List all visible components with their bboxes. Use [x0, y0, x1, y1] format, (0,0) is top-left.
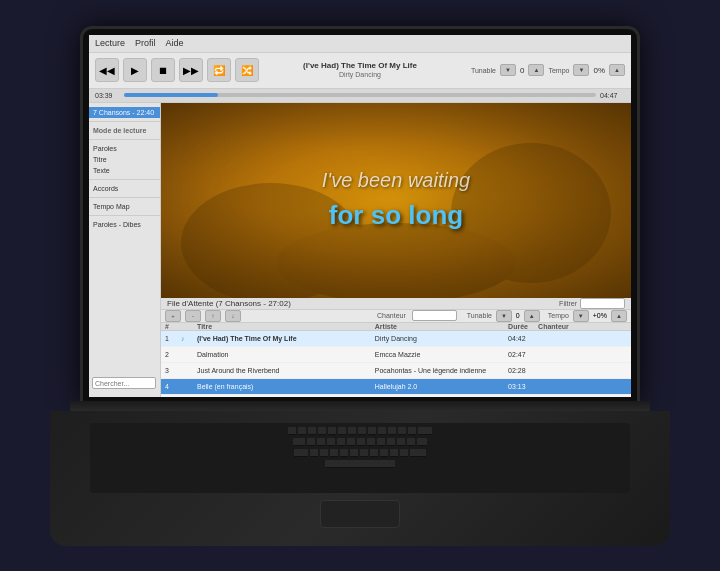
video-area: I've been waiting for so long: [161, 103, 631, 298]
playlist-header: File d'Attente (7 Chansons - 27:02) Filt…: [161, 298, 631, 310]
key: [327, 438, 335, 446]
key: [380, 449, 388, 457]
row-title: (I've Had) The Time Of My Life: [197, 335, 375, 342]
key: [387, 438, 395, 446]
key: [418, 427, 432, 435]
pl-tunable-value: 0: [516, 312, 520, 319]
playback-bar: 03:39 04:47: [89, 89, 631, 103]
current-time: 03:39: [95, 92, 120, 99]
pl-remove-btn[interactable]: -: [185, 310, 201, 322]
screen-bezel: Lecture Profil Aide ◀◀ ▶ ⏹ ▶▶ 🔁 🔀 (I've …: [80, 26, 640, 406]
chanteur-input[interactable]: [412, 310, 457, 321]
sidebar-texte[interactable]: Texte: [89, 165, 160, 176]
pl-tempo-label: Tempo: [548, 312, 569, 319]
key-row-2: [94, 438, 626, 446]
toolbar-right: Tunable ▼ 0 ▲ Tempo ▼ 0% ▲: [471, 64, 625, 76]
key: [370, 449, 378, 457]
pl-tunable-up[interactable]: ▲: [524, 310, 540, 322]
toolbar-btn-5[interactable]: 🔁: [207, 58, 231, 82]
menu-profil[interactable]: Profil: [135, 38, 156, 48]
progress-bar[interactable]: [124, 93, 596, 97]
tunable-down[interactable]: ▼: [500, 64, 516, 76]
sidebar-paroles-dibes[interactable]: Paroles - Dibes: [89, 219, 160, 230]
key: [350, 449, 358, 457]
sidebar-mode-label: Mode de lecture: [89, 125, 160, 136]
sidebar-accords[interactable]: Accords: [89, 183, 160, 194]
keyboard-rows: [90, 423, 630, 472]
row-duration: 02:28: [508, 367, 538, 374]
key: [357, 438, 365, 446]
key: [417, 438, 427, 446]
laptop-base: [50, 401, 670, 546]
tempo-label: Tempo: [548, 67, 569, 74]
sidebar-titre[interactable]: Titre: [89, 154, 160, 165]
karaoke-line2: for so long: [329, 200, 463, 231]
row-title: Just Around the Riverbend: [197, 367, 375, 374]
table-row[interactable]: 4 Belle (en français) Hallelujah 2.0 03:…: [161, 379, 631, 395]
menu-lecture[interactable]: Lecture: [95, 38, 125, 48]
touchpad[interactable]: [320, 500, 400, 528]
filter-input[interactable]: [580, 298, 625, 309]
key-row-1: [94, 427, 626, 435]
sidebar-divider-5: [89, 215, 160, 216]
screen-inner: Lecture Profil Aide ◀◀ ▶ ⏹ ▶▶ 🔁 🔀 (I've …: [89, 35, 631, 397]
tunable-value: 0: [520, 66, 524, 75]
col-header-artist: Artiste: [375, 323, 508, 330]
sidebar-divider-2: [89, 139, 160, 140]
key: [377, 438, 385, 446]
key: [338, 427, 346, 435]
pl-tempo-down[interactable]: ▼: [573, 310, 589, 322]
row-artist: Hallelujah 2.0: [375, 383, 508, 390]
pl-tunable-down[interactable]: ▼: [496, 310, 512, 322]
toolbar-song-title: (I've Had) The Time Of My Life: [303, 61, 417, 71]
toolbar-btn-1[interactable]: ◀◀: [95, 58, 119, 82]
row-title: Belle (en français): [197, 383, 375, 390]
toolbar-btn-4[interactable]: ▶▶: [179, 58, 203, 82]
key: [318, 427, 326, 435]
menu-aide[interactable]: Aide: [166, 38, 184, 48]
sidebar-playlist[interactable]: 7 Chansons - 22:40: [89, 107, 160, 118]
col-header-singer: Chanteur: [538, 323, 627, 330]
pl-up-btn[interactable]: ↑: [205, 310, 221, 322]
pl-tuneable-label: Tunable: [467, 312, 492, 319]
table-row[interactable]: 2 Dalmation Emcca Mazzie 02:47: [161, 347, 631, 363]
pl-down-btn[interactable]: ↓: [225, 310, 241, 322]
key: [400, 449, 408, 457]
toolbar-btn-6[interactable]: 🔀: [235, 58, 259, 82]
tempo-up[interactable]: ▲: [609, 64, 625, 76]
row-status: ♪: [181, 335, 197, 342]
key: [410, 449, 426, 457]
key: [368, 427, 376, 435]
row-artist: Emcca Mazzie: [375, 351, 508, 358]
sidebar-divider-4: [89, 197, 160, 198]
app-body: 7 Chansons - 22:40 Mode de lecture Parol…: [89, 103, 631, 397]
sidebar-search-input[interactable]: [92, 377, 156, 389]
app-window: Lecture Profil Aide ◀◀ ▶ ⏹ ▶▶ 🔁 🔀 (I've …: [89, 35, 631, 397]
laptop: Lecture Profil Aide ◀◀ ▶ ⏹ ▶▶ 🔁 🔀 (I've …: [50, 26, 670, 546]
pl-tempo-up[interactable]: ▲: [611, 310, 627, 322]
row-artist: Dirty Dancing: [375, 335, 508, 342]
table-row[interactable]: 5 Sans contrefaçon (live 2009) Mylene Fa…: [161, 395, 631, 397]
key-row-3: [94, 449, 626, 457]
table-row[interactable]: 1 ♪ (I've Had) The Time Of My Life Dirty…: [161, 331, 631, 347]
key: [294, 449, 308, 457]
row-num: 4: [165, 383, 181, 390]
pl-add-btn[interactable]: +: [165, 310, 181, 322]
sidebar-paroles[interactable]: Paroles: [89, 143, 160, 154]
row-duration: 04:42: [508, 335, 538, 342]
toolbar-btn-3[interactable]: ⏹: [151, 58, 175, 82]
sidebar-divider-1: [89, 121, 160, 122]
key: [340, 449, 348, 457]
toolbar-btn-2[interactable]: ▶: [123, 58, 147, 82]
key: [308, 427, 316, 435]
keyboard-area: [90, 423, 630, 493]
sidebar: 7 Chansons - 22:40 Mode de lecture Parol…: [89, 103, 161, 397]
chanteur-label: Chanteur: [377, 312, 406, 319]
tempo-down[interactable]: ▼: [573, 64, 589, 76]
key: [337, 438, 345, 446]
sidebar-tempo-map[interactable]: Tempo Map: [89, 201, 160, 212]
tunable-up[interactable]: ▲: [528, 64, 544, 76]
table-row[interactable]: 3 Just Around the Riverbend Pocahontas -…: [161, 363, 631, 379]
key: [293, 438, 305, 446]
key-row-4: [94, 460, 626, 468]
